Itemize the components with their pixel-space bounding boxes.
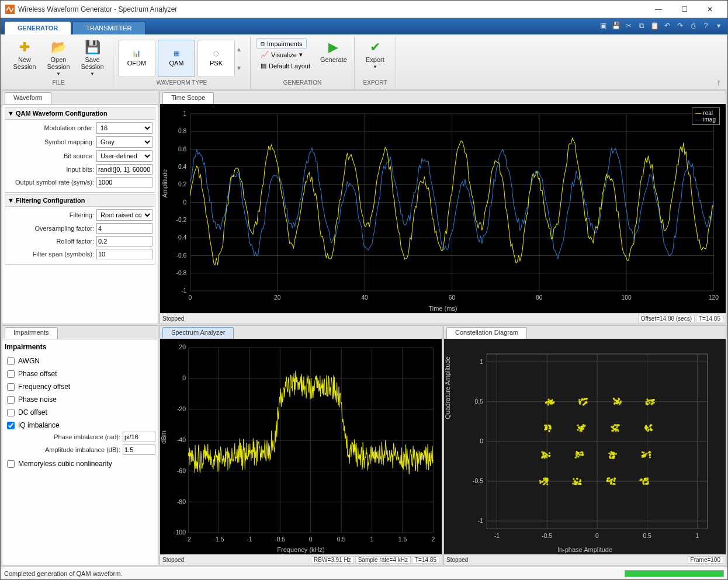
constel-stopped: Stopped [446, 557, 468, 563]
generate-button[interactable]: ▶Generate [318, 37, 349, 79]
ofdm-button[interactable]: 📊OFDM [118, 40, 155, 77]
visualize-button[interactable]: 📈Visualize ▾ [256, 49, 307, 60]
qa-save-icon[interactable]: 💾 [611, 20, 621, 31]
constellation-tab[interactable]: Constellation Diagram [446, 327, 527, 339]
mod-order-select[interactable]: 16 [96, 122, 152, 134]
svg-point-230 [577, 429, 578, 430]
spectrum-rbw: RBW=3.91 Hz [311, 556, 354, 564]
bit-src-select[interactable]: User-defined [96, 150, 152, 162]
spectrum-tab[interactable]: Spectrum Analyzer [162, 327, 234, 339]
export-button[interactable]: ✔Export▼ [359, 37, 391, 79]
impairments-button[interactable]: ⧈Impairments [256, 38, 307, 49]
qa-copy-icon[interactable]: ⧉ [636, 20, 647, 31]
svg-text:-1: -1 [181, 287, 186, 294]
svg-text:0: 0 [595, 532, 599, 539]
svg-point-348 [643, 480, 644, 481]
spectrum-chart[interactable]: -2-1.5-1-0.500.511.52200-20-40-60-80-100… [160, 339, 442, 554]
svg-point-303 [617, 430, 619, 432]
mod-order-label: Modulation order: [8, 124, 94, 131]
export-group-label: EXPORT [359, 79, 391, 89]
svg-text:1: 1 [696, 532, 699, 539]
timescope-ylabel: Amplitude [161, 169, 168, 198]
filter-section-header[interactable]: ▼ Filtering Configuration [5, 194, 155, 207]
qa-cut-icon[interactable]: ✂ [623, 20, 634, 31]
svg-point-128 [549, 452, 550, 454]
save-session-button[interactable]: 💾Save Session▼ [77, 37, 108, 79]
svg-point-239 [578, 399, 580, 401]
phase-imb-field[interactable] [123, 432, 155, 442]
memless-check[interactable]: Memoryless cubic nonlinearity [5, 457, 155, 470]
new-session-button[interactable]: ✚New Session [9, 37, 40, 79]
qa-redo-icon[interactable]: ↷ [675, 20, 685, 31]
phase-offset-check[interactable]: Phase offset [5, 367, 155, 380]
tab-transmitter[interactable]: TRANSMITTER [72, 21, 145, 34]
constellation-chart[interactable]: -1-1-0.5-0.5000.50.511 Quadrature Amplit… [444, 339, 726, 554]
svg-point-284 [608, 452, 610, 454]
svg-text:0: 0 [182, 374, 186, 381]
out-rate-label: Output symbol rate (sym/s): [8, 179, 94, 186]
qa-more-icon[interactable]: ▾ [713, 20, 724, 31]
qa-help-icon[interactable]: ? [701, 20, 711, 31]
open-session-button[interactable]: 📂Open Session▼ [43, 37, 74, 79]
timescope-chart[interactable]: 02040608010012010.80.60.40.20-0.2-0.4-0.… [160, 104, 726, 313]
qa-icon-1[interactable]: ▣ [598, 20, 608, 31]
dc-offset-check[interactable]: DC offset [5, 406, 155, 419]
awgn-check[interactable]: AWGN [5, 355, 155, 367]
spectrum-pane: Spectrum Analyzer -2-1.5-1-0.500.511.522… [160, 325, 442, 565]
svg-text:0: 0 [189, 294, 192, 301]
qam-button[interactable]: ▦QAM [158, 40, 195, 77]
oversamp-field[interactable] [96, 223, 152, 234]
bit-src-label: Bit source: [8, 152, 94, 159]
svg-point-167 [547, 402, 549, 404]
amp-imb-field[interactable] [123, 444, 155, 455]
svg-text:120: 120 [709, 294, 719, 301]
spectrum-status: Stopped RBW=3.91 Hz Sample rate=4 kHz T=… [160, 554, 442, 565]
svg-text:-1: -1 [494, 532, 500, 539]
qa-print-icon[interactable]: ⎙ [688, 20, 698, 31]
rolloff-field[interactable] [96, 236, 152, 246]
impairments-tab[interactable]: Impairments [5, 327, 58, 339]
default-layout-button[interactable]: ▤Default Layout [256, 60, 314, 71]
waveform-tab[interactable]: Waveform [5, 92, 51, 104]
gallery-down-icon[interactable]: ▾ [237, 64, 245, 72]
psk-button[interactable]: ◌PSK [197, 40, 235, 77]
phase-noise-check[interactable]: Phase noise [5, 393, 155, 406]
close-button[interactable]: ✕ [697, 1, 723, 18]
qam-section-header[interactable]: ▼ QAM Waveform Configuration [5, 107, 155, 120]
timescope-tab[interactable]: Time Scope [162, 92, 214, 104]
maximize-button[interactable]: ☐ [671, 1, 697, 18]
input-bits-field[interactable] [96, 164, 152, 175]
svg-point-190 [574, 483, 576, 485]
iq-imbalance-check[interactable]: IQ imbalance [5, 419, 155, 432]
spectrum-xlabel: Frequency (kHz) [277, 546, 324, 553]
impairments-icon: ⧈ [261, 40, 265, 47]
svg-point-186 [574, 480, 576, 482]
svg-point-361 [649, 456, 651, 458]
svg-text:-0.5: -0.5 [542, 532, 552, 539]
svg-text:-80: -80 [177, 498, 186, 505]
svg-point-223 [580, 428, 581, 430]
sym-map-select[interactable]: Gray [96, 136, 152, 148]
save-icon: 💾 [85, 40, 100, 55]
minimize-button[interactable]: ― [646, 1, 671, 18]
freq-offset-check[interactable]: Frequency offset [5, 380, 155, 393]
qa-paste-icon[interactable]: 📋 [649, 20, 660, 31]
filtering-select[interactable]: Root raised co... [96, 209, 152, 221]
svg-point-344 [645, 482, 647, 484]
svg-point-182 [576, 478, 578, 480]
svg-point-108 [544, 482, 546, 484]
tab-generator[interactable]: GENERATOR [4, 21, 71, 34]
visualize-icon: 📈 [261, 51, 269, 58]
qam-icon: ▦ [174, 50, 179, 57]
file-group-label: FILE [9, 79, 108, 89]
svg-text:0.8: 0.8 [178, 128, 187, 134]
out-rate-field[interactable] [96, 177, 152, 187]
svg-point-247 [581, 399, 583, 401]
ribbon-collapse-icon[interactable]: ⤒ [716, 79, 722, 88]
span-field[interactable] [96, 249, 152, 259]
gallery-up-icon[interactable]: ▴ [237, 45, 245, 53]
svg-point-406 [646, 402, 648, 404]
qa-undo-icon[interactable]: ↶ [662, 20, 672, 31]
svg-text:1: 1 [183, 110, 187, 117]
svg-point-179 [573, 478, 574, 480]
